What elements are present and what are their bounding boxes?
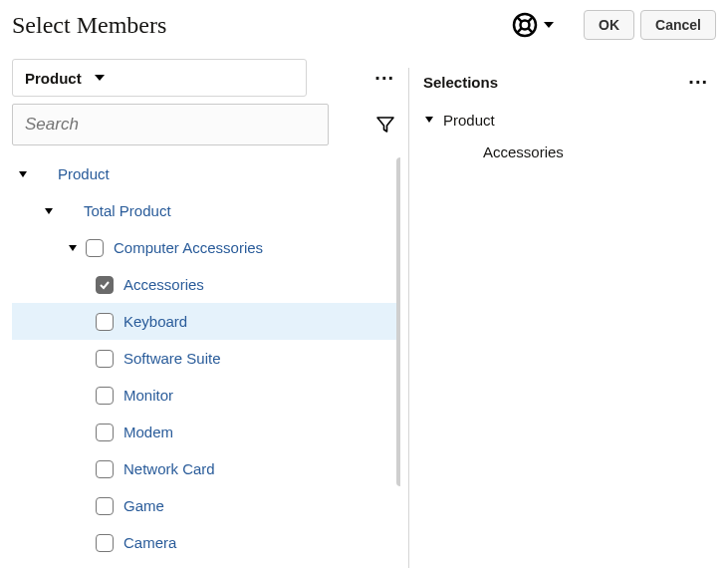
tree-node-label: Total Product [84,202,171,219]
checkbox[interactable] [96,534,114,552]
selection-node-label: Accessories [483,143,564,160]
tree-node-accessories[interactable]: Accessories [12,266,400,303]
tree-node-software-suite[interactable]: Software Suite [12,340,400,377]
search-input[interactable] [12,104,329,145]
right-overflow-menu[interactable]: ··· [682,71,714,94]
selection-node-product[interactable]: Product [423,104,714,136]
tree-node-label: Network Card [123,460,215,477]
tree-node-label: Keyboard [123,313,187,330]
scrollbar[interactable] [396,157,400,486]
tree-node-monitor[interactable]: Monitor [12,377,400,414]
checkbox[interactable] [96,424,114,441]
help-dropdown-caret-icon[interactable] [542,18,556,32]
tree-node-label: Monitor [123,387,173,404]
tree-node-label: Game [123,497,164,514]
checkbox[interactable] [96,313,114,331]
tree-node-label: Software Suite [123,350,221,367]
tree-node-network-card[interactable]: Network Card [12,450,400,487]
tree-node-computer-accessories[interactable]: Computer Accessories [12,229,400,266]
checkbox[interactable] [96,460,114,478]
collapse-icon[interactable] [42,204,56,218]
svg-line-3 [528,17,533,22]
checkbox[interactable] [96,350,114,368]
svg-line-5 [528,28,533,33]
collapse-icon[interactable] [423,114,437,126]
selection-node-label: Product [443,112,495,129]
selections-title: Selections [423,74,498,91]
collapse-icon[interactable] [16,167,30,181]
tree-node-camera[interactable]: Camera [12,524,400,561]
page-title: Select Members [12,12,512,39]
tree-node-label: Modem [123,424,173,440]
cancel-button[interactable]: Cancel [640,10,716,40]
checkbox[interactable] [96,497,114,515]
checkbox[interactable] [86,239,104,257]
chevron-down-icon [94,72,106,84]
tree-node-label: Accessories [123,276,204,293]
member-tree: Product Total Product Computer Accessori… [12,155,400,568]
tree-node-modem[interactable]: Modem [12,414,400,450]
dimension-selector-label: Product [25,70,82,87]
selection-node-accessories[interactable]: Accessories [423,136,714,167]
checkbox-checked[interactable] [96,276,114,294]
tree-node-keyboard[interactable]: Keyboard [12,303,400,340]
help-icon[interactable] [512,12,538,38]
svg-line-4 [517,28,522,33]
panel-divider [408,68,409,568]
ok-button[interactable]: OK [584,10,634,40]
tree-node-label: Product [58,165,110,182]
svg-line-2 [517,17,522,22]
tree-node-label: Computer Accessories [114,239,263,256]
dimension-selector[interactable]: Product [12,59,307,97]
funnel-icon [375,115,395,135]
collapse-icon[interactable] [66,241,80,255]
tree-node-game[interactable]: Game [12,487,400,524]
tree-node-label: Camera [123,534,176,551]
checkbox[interactable] [96,387,114,405]
tree-node-product[interactable]: Product [12,155,400,192]
svg-point-1 [521,21,530,30]
left-overflow-menu[interactable]: ··· [368,67,400,90]
filter-button[interactable] [370,110,400,140]
tree-node-total-product[interactable]: Total Product [12,192,400,229]
